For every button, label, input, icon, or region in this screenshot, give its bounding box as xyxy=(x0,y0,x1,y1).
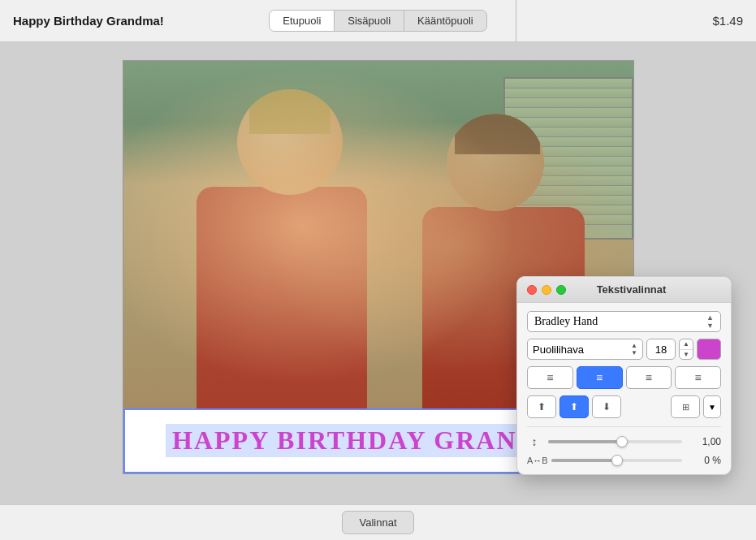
char-spacing-icon: A↔B xyxy=(527,456,545,465)
font-stepper-arrows: ▲ ▼ xyxy=(706,313,714,330)
valign-dropdown-button[interactable]: ▼ xyxy=(703,395,721,418)
style-size-row: Puolilihava ▲ ▼ 18 ▲ ▼ xyxy=(527,339,721,360)
align-left-button[interactable]: ≡ xyxy=(527,366,573,389)
font-name-row: Bradley Hand ▲ ▼ xyxy=(527,311,721,332)
font-style-select[interactable]: Puolilihava ▲ ▼ xyxy=(527,339,643,360)
valign-top-icon: ⬆ xyxy=(538,401,546,413)
char-spacing-slider[interactable] xyxy=(551,459,682,462)
line-spacing-slider[interactable] xyxy=(548,440,682,443)
align-justify-button[interactable]: ≡ xyxy=(675,366,721,389)
line-spacing-value: 1,00 xyxy=(689,436,721,447)
size-down-button[interactable]: ▼ xyxy=(680,350,693,360)
line-spacing-fill xyxy=(548,440,622,443)
divider-1 xyxy=(527,426,721,427)
options-button[interactable]: Valinnat xyxy=(342,511,413,534)
tab-sisapuoli[interactable]: Sisäpuoli xyxy=(335,11,404,31)
tab-etupuoli[interactable]: Etupuoli xyxy=(270,11,335,31)
bottom-bar: Valinnat xyxy=(0,504,756,540)
char-spacing-value: 0 % xyxy=(689,455,721,466)
align-left-icon: ≡ xyxy=(546,371,553,384)
style-stepper: ▲ ▼ xyxy=(631,342,637,356)
char-spacing-fill xyxy=(551,459,617,462)
align-right-button[interactable]: ≡ xyxy=(626,366,672,389)
line-spacing-thumb[interactable] xyxy=(616,436,628,447)
align-right-icon: ≡ xyxy=(646,371,652,384)
valign-middle-icon: ⬆ xyxy=(570,401,578,413)
column-icon: ⊞ xyxy=(682,402,689,413)
line-spacing-icon: ↕ xyxy=(527,435,542,448)
top-bar: Happy Birthday Grandma! Etupuoli Sisäpuo… xyxy=(0,0,756,42)
valign-middle-button[interactable]: ⬆ xyxy=(559,395,589,418)
price-label: $1.49 xyxy=(487,14,743,28)
char-spacing-row: A↔B 0 % xyxy=(527,455,721,466)
font-family-select[interactable]: Bradley Hand ▲ ▼ xyxy=(527,311,721,332)
char-spacing-thumb[interactable] xyxy=(611,455,623,466)
valign-bottom-button[interactable]: ⬇ xyxy=(592,395,621,418)
align-center-button[interactable]: ≡ xyxy=(577,366,623,389)
close-button[interactable] xyxy=(527,285,537,295)
panel-body: Bradley Hand ▲ ▼ Puolilihava ▲ ▼ 18 ▲ ▼ xyxy=(517,303,731,466)
line-spacing-row: ↕ 1,00 xyxy=(527,435,721,448)
align-center-icon: ≡ xyxy=(596,371,603,384)
align-justify-icon: ≡ xyxy=(695,371,702,384)
tab-kaantopuoli[interactable]: Kääntöpuoli xyxy=(404,11,486,31)
size-up-button[interactable]: ▲ xyxy=(680,339,693,350)
tab-group: Etupuoli Sisäpuoli Kääntöpuoli xyxy=(269,10,486,32)
chevron-down-icon: ▼ xyxy=(708,403,716,412)
font-name-label: Bradley Hand xyxy=(534,315,598,328)
font-size-display: 18 xyxy=(646,339,676,360)
vertical-divider xyxy=(516,0,516,42)
valign-bottom-icon: ⬇ xyxy=(603,401,611,413)
panel-title: Tekstivalinnat xyxy=(542,283,721,296)
valign-top-button[interactable]: ⬆ xyxy=(527,395,556,418)
app-title: Happy Birthday Grandma! xyxy=(13,14,269,28)
vertical-align-row: ⬆ ⬆ ⬇ ⊞ ▼ xyxy=(527,395,721,418)
panel-titlebar: Tekstivalinnat xyxy=(517,277,731,303)
font-color-swatch[interactable] xyxy=(697,339,721,360)
font-size-stepper[interactable]: ▲ ▼ xyxy=(679,339,693,360)
font-style-label: Puolilihava xyxy=(533,343,584,356)
alignment-row: ≡ ≡ ≡ ≡ xyxy=(527,366,721,389)
column-layout-button[interactable]: ⊞ xyxy=(671,395,700,418)
text-options-panel: Tekstivalinnat Bradley Hand ▲ ▼ Puolilih… xyxy=(516,276,732,475)
